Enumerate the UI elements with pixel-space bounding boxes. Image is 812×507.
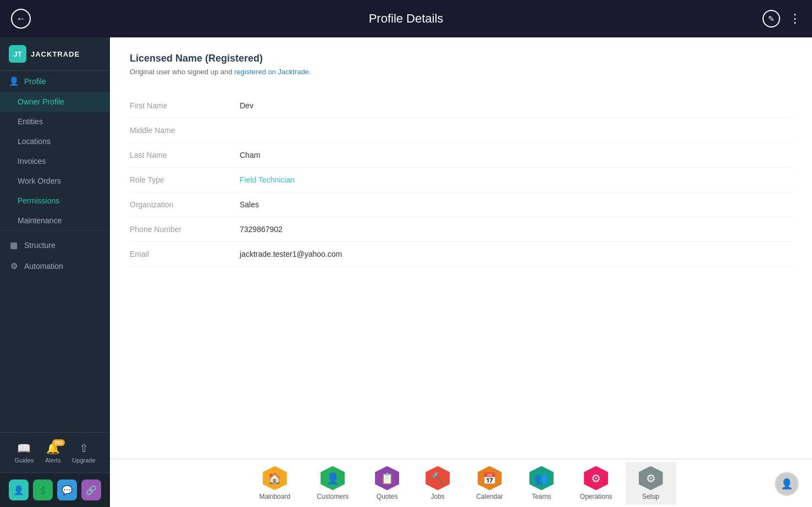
alerts-label: Alerts xyxy=(45,457,60,464)
quick-icon-messages[interactable]: 💬 xyxy=(57,480,77,500)
sidebar-item-owner-profile[interactable]: Owner Profile xyxy=(0,92,110,112)
sidebar: JT JACKTRADE 👤 Profile Owner Profile Ent… xyxy=(0,37,110,507)
nav-teams[interactable]: 👥 Teams xyxy=(516,462,567,505)
sidebar-label-locations: Locations xyxy=(18,137,51,146)
calendar-label: Calendar xyxy=(476,493,503,500)
profile-icon: 👤 xyxy=(9,76,19,86)
sidebar-label-owner-profile: Owner Profile xyxy=(18,97,64,106)
quick-icon-links[interactable]: 🔗 xyxy=(81,480,101,500)
field-row-middle-name: Middle Name xyxy=(130,118,792,143)
qi-billing-icon: 💲 xyxy=(37,485,48,495)
automation-icon: ⚙ xyxy=(9,261,19,271)
jobs-label: Jobs xyxy=(430,493,444,500)
sidebar-item-structure[interactable]: ▦ Structure xyxy=(0,235,110,256)
quick-icon-profile[interactable]: 👤 xyxy=(9,480,29,500)
value-email: jacktrade.tester1@yahoo.com xyxy=(240,250,342,258)
value-role-type: Field Technician xyxy=(240,175,295,184)
back-button[interactable]: ← xyxy=(11,9,31,29)
field-row-role-type: Role Type Field Technician xyxy=(130,168,792,192)
sidebar-item-locations[interactable]: Locations xyxy=(0,131,110,151)
sidebar-label-permissions: Permissions xyxy=(18,196,59,205)
mainboard-icon: 🏠 xyxy=(263,466,287,491)
nav-customers[interactable]: 👤 Customers xyxy=(303,462,362,505)
label-phone: Phone Number xyxy=(130,225,240,234)
customers-label: Customers xyxy=(317,493,349,500)
subtitle-plain: Original user who signed up and xyxy=(130,68,234,76)
sidebar-logo: JT JACKTRADE xyxy=(0,37,110,71)
quick-icon-billing[interactable]: 💲 xyxy=(33,480,53,500)
page-title: Profile Details xyxy=(369,12,444,26)
bottom-nav: 🏠 Mainboard 👤 Customers 📋 Quotes 🔨 Jobs … xyxy=(110,459,812,507)
qi-links-icon: 🔗 xyxy=(86,485,97,495)
sidebar-label-invoices: Invoices xyxy=(18,157,46,166)
operations-label: Operations xyxy=(580,493,612,500)
sidebar-label-work-orders: Work Orders xyxy=(18,177,61,185)
nav-calendar[interactable]: 📅 Calendar xyxy=(463,462,516,505)
setup-icon: ⚙ xyxy=(639,466,663,491)
alerts-badge: 261 xyxy=(52,439,65,446)
sidebar-bottom: 📖 Guides 🔔 261 Alerts ⇧ Upgrade xyxy=(0,432,110,472)
subtitle-link: registered on Jacktrade. xyxy=(234,68,311,76)
nav-jobs[interactable]: 🔨 Jobs xyxy=(412,462,463,505)
user-avatar[interactable]: 👤 xyxy=(775,472,799,496)
customers-icon: 👤 xyxy=(321,466,345,491)
content-area: Licensed Name (Registered) Original user… xyxy=(110,37,812,459)
logo-name: JACKTRADE xyxy=(31,50,80,58)
nav-operations[interactable]: ⚙ Operations xyxy=(567,462,626,505)
label-role-type: Role Type xyxy=(130,175,240,184)
sidebar-upgrade[interactable]: ⇧ Upgrade xyxy=(72,442,95,464)
nav-setup[interactable]: ⚙ Setup xyxy=(626,462,676,505)
field-row-first-name: First Name Dev xyxy=(130,93,792,118)
more-icon: ⋮ xyxy=(789,12,801,25)
nav-mainboard[interactable]: 🏠 Mainboard xyxy=(246,462,303,505)
field-row-organization: Organization Sales xyxy=(130,192,792,217)
value-phone: 7329867902 xyxy=(240,225,283,234)
sidebar-alerts[interactable]: 🔔 261 Alerts xyxy=(45,442,60,464)
sidebar-label-profile: Profile xyxy=(24,77,46,86)
sidebar-item-invoices[interactable]: Invoices xyxy=(0,151,110,171)
sidebar-item-automation[interactable]: ⚙ Automation xyxy=(0,256,110,277)
field-row-email: Email jacktrade.tester1@yahoo.com xyxy=(130,242,792,267)
upgrade-icon: ⇧ xyxy=(79,442,89,455)
section-subtitle: Original user who signed up and register… xyxy=(130,68,792,76)
more-button[interactable]: ⋮ xyxy=(789,12,801,26)
value-organization: Sales xyxy=(240,200,259,209)
label-first-name: First Name xyxy=(130,101,240,110)
upgrade-label: Upgrade xyxy=(72,457,95,464)
avatar-image: 👤 xyxy=(775,472,799,496)
sidebar-item-maintenance[interactable]: Maintenance xyxy=(0,211,110,230)
label-email: Email xyxy=(130,250,240,258)
edit-icon: ✎ xyxy=(768,14,775,23)
sidebar-label-structure: Structure xyxy=(24,241,56,250)
sidebar-label-entities: Entities xyxy=(18,117,43,126)
qi-profile-icon: 👤 xyxy=(13,485,24,495)
avatar-placeholder: 👤 xyxy=(781,478,793,490)
teams-label: Teams xyxy=(532,493,551,500)
jobs-icon: 🔨 xyxy=(426,466,450,491)
sidebar-quick-icons: 👤 💲 💬 🔗 xyxy=(0,472,110,507)
edit-button[interactable]: ✎ xyxy=(763,10,780,27)
label-middle-name: Middle Name xyxy=(130,126,240,135)
setup-label: Setup xyxy=(642,493,659,500)
mainboard-label: Mainboard xyxy=(259,493,290,500)
sidebar-item-permissions[interactable]: Permissions xyxy=(0,191,110,211)
structure-icon: ▦ xyxy=(9,240,19,250)
logo-icon: JT xyxy=(9,45,26,63)
value-last-name: Cham xyxy=(240,151,260,159)
sidebar-item-work-orders[interactable]: Work Orders xyxy=(0,171,110,191)
sidebar-item-profile[interactable]: 👤 Profile xyxy=(0,71,110,92)
value-first-name: Dev xyxy=(240,101,253,110)
sidebar-label-maintenance: Maintenance xyxy=(18,216,62,225)
calendar-icon: 📅 xyxy=(478,466,502,491)
field-row-last-name: Last Name Cham xyxy=(130,143,792,168)
section-title: Licensed Name (Registered) xyxy=(130,53,792,64)
guides-label: Guides xyxy=(14,457,34,464)
sidebar-guides[interactable]: 📖 Guides xyxy=(14,442,34,464)
quotes-label: Quotes xyxy=(377,493,398,500)
sidebar-item-entities[interactable]: Entities xyxy=(0,112,110,131)
guides-icon: 📖 xyxy=(17,442,31,455)
main-layout: JT JACKTRADE 👤 Profile Owner Profile Ent… xyxy=(0,37,812,507)
sidebar-label-automation: Automation xyxy=(24,262,63,271)
nav-quotes[interactable]: 📋 Quotes xyxy=(362,462,412,505)
field-row-phone: Phone Number 7329867902 xyxy=(130,217,792,242)
